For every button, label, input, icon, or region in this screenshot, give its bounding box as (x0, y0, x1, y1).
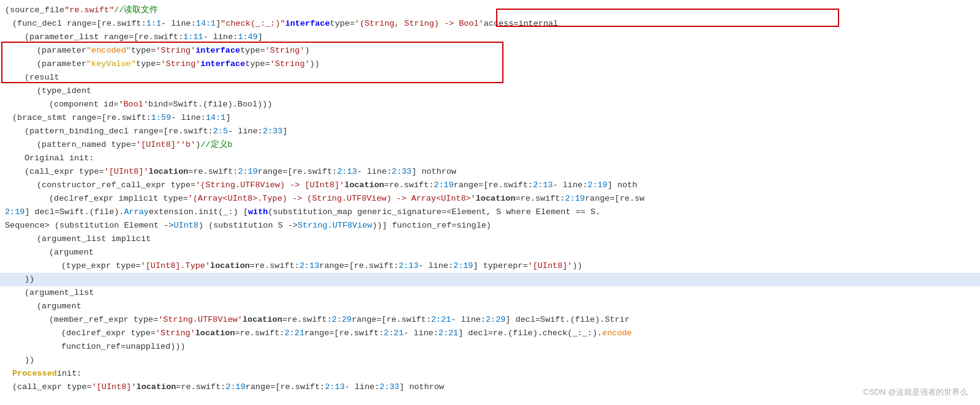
code-line-9: (brace_stmt range=[re.swift:1:59 - line:… (0, 111, 980, 125)
watermark: CSDN @这就是强者的世界么 (863, 387, 968, 398)
code-line-15: (declref_expr implicit type='(Array<UInt… (0, 192, 980, 206)
code-line-16: 2:19] decl=Swift.(file).Array extension.… (0, 206, 980, 219)
code-line-29: (call_expr type='[UInt8]' location=re.sw… (0, 381, 980, 394)
code-line-1: (source_file "re.swift" //读取文件 (0, 4, 980, 17)
code-line-11: (pattern_named type='[UInt8]' 'b') //定义b (0, 138, 980, 152)
code-line-3: (parameter_list range=[re.swift:1:11 - l… (0, 31, 980, 44)
code-line-28: Processed init: (0, 367, 980, 381)
code-viewer: (source_file "re.swift" //读取文件 (func_dec… (0, 0, 980, 405)
code-line-22: (argument_list (0, 286, 980, 300)
code-line-2: (func_decl range=[re.swift:1:1 - line:14… (0, 17, 980, 31)
code-line-6: (result (0, 71, 980, 84)
code-line-17: Sequence> (substitution Element -> UInt8… (0, 219, 980, 232)
code-line-23: (argument (0, 300, 980, 313)
code-line-13: (call_expr type='[UInt8]' location=re.sw… (0, 165, 980, 179)
code-line-19: (argument (0, 246, 980, 259)
code-line-10: (pattern_binding_decl range=[re.swift:2:… (0, 125, 980, 138)
code-line-25: (declref_expr type='String' location=re.… (0, 327, 980, 340)
code-line-20: (type_expr type='[UInt8].Type' location=… (0, 259, 980, 273)
code-line-26: function_ref=unapplied))) (0, 340, 980, 354)
code-line-24: (member_ref_expr type='String.UTF8View' … (0, 313, 980, 327)
code-line-14: (constructor_ref_call_expr type='(String… (0, 179, 980, 192)
code-line-18: (argument_list implicit (0, 232, 980, 246)
code-line-4: (parameter "encoded" type='String' inter… (0, 44, 980, 58)
code-line-21: )) (0, 273, 980, 286)
code-line-8: (component id='Bool' bind=Swift.(file).B… (0, 98, 980, 111)
code-line-7: (type_ident (0, 84, 980, 98)
code-line-12: Original init: (0, 152, 980, 165)
code-line-5: (parameter "keyValue" type='String' inte… (0, 58, 980, 71)
code-line-27: )) (0, 354, 980, 367)
